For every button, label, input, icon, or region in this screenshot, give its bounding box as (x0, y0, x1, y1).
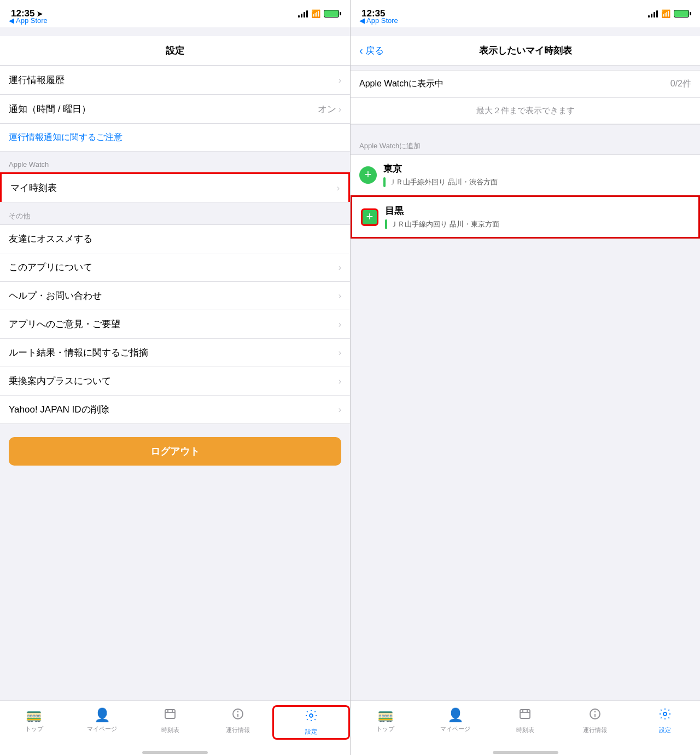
train-icon-right: 🚃 (377, 707, 394, 723)
tab-operation-label-right: 運行情報 (583, 726, 607, 734)
chevron-icon: › (339, 291, 341, 301)
my-timetable-item[interactable]: マイ時刻表 › (0, 172, 350, 202)
tab-mypage-label-right: マイページ (440, 725, 470, 733)
notification-item[interactable]: 通知（時間 / 曜日） オン › (0, 95, 350, 123)
station-item-meguro[interactable]: + 目黒 ＪＲ山手線内回り 品川・東京方面 (351, 195, 700, 239)
chevron-icon: › (339, 104, 341, 114)
meguro-line-row: ＪＲ山手線内回り 品川・東京方面 (385, 219, 690, 229)
station-item-tokyo[interactable]: + 東京 ＪＲ山手線外回り 品川・渋谷方面 (351, 155, 700, 195)
tab-settings-label-right: 設定 (659, 726, 671, 734)
right-panel: 12:35 ◀ App Store 📶 ‹ 戻る 表示したいマイ時刻表 (350, 0, 700, 755)
yahoo-delete-item[interactable]: Yahoo! JAPAN IDの削除 › (0, 396, 350, 423)
settings-icon-right (658, 707, 672, 724)
watch-display-group: Apple Watchに表示中 0/2件 最大２件まで表示できます (351, 70, 700, 125)
tab-top-label: トップ (25, 725, 43, 733)
apple-watch-group: マイ時刻表 › (0, 172, 350, 202)
chevron-icon: › (337, 183, 340, 193)
line-bar-icon (383, 177, 386, 187)
status-bar-right: 12:35 ◀ App Store 📶 (351, 0, 700, 27)
timetable-icon-right (518, 707, 532, 724)
home-indicator-left (0, 750, 350, 755)
tab-timetable-label: 時刻表 (161, 726, 179, 734)
help-item[interactable]: ヘルプ・お問い合わせ › (0, 282, 350, 310)
plus-icon: + (365, 169, 372, 181)
notification-group: 通知（時間 / 曜日） オン › (0, 95, 350, 124)
scroll-content-left[interactable]: 運行情報履歴 › 通知（時間 / 曜日） オン › 運行情報通知に関するご注意 … (0, 66, 350, 700)
tab-timetable-left[interactable]: 時刻表 (136, 705, 204, 736)
tab-settings-label: 設定 (305, 728, 317, 736)
watch-info-text: 最大２件まで表示できます (351, 98, 700, 124)
train-icon: 🚃 (26, 707, 42, 723)
svg-point-15 (663, 712, 667, 716)
settings-icon (305, 709, 318, 725)
tab-timetable-label-right: 時刻表 (516, 726, 534, 734)
watch-display-row: Apple Watchに表示中 0/2件 (351, 71, 700, 98)
plus-about-item[interactable]: 乗換案内プラスについて › (0, 367, 350, 396)
tab-operation-left[interactable]: 運行情報 (204, 705, 272, 736)
tab-operation-label: 運行情報 (226, 726, 250, 734)
battery-icon (324, 10, 339, 18)
chevron-icon: › (339, 376, 341, 386)
tab-top-left[interactable]: 🚃 トップ (0, 705, 68, 735)
notice-link[interactable]: 運行情報通知に関するご注意 (0, 124, 350, 152)
tab-mypage-left[interactable]: 👤 マイページ (68, 705, 136, 735)
tab-operation-right[interactable]: 運行情報 (560, 705, 630, 736)
svg-rect-8 (520, 710, 530, 718)
line-bar-icon-meguro (385, 219, 387, 229)
home-indicator-right (351, 750, 700, 755)
chevron-back-icon: ‹ (359, 44, 363, 57)
left-panel: 12:35 ➤ ◀ App Store 📶 設定 運行 (0, 0, 350, 755)
svg-rect-0 (165, 710, 175, 718)
tab-timetable-right[interactable]: 時刻表 (491, 705, 561, 736)
watch-add-section-label: Apple Watchに追加 (351, 133, 700, 154)
scroll-content-right[interactable]: Apple Watchに表示中 0/2件 最大２件まで表示できます Apple … (351, 66, 700, 700)
user-icon: 👤 (94, 707, 110, 723)
apple-watch-section-label: Apple Watch (0, 152, 350, 172)
signal-icon-right (648, 10, 658, 18)
recommend-item[interactable]: 友達にオススメする (0, 225, 350, 253)
tokyo-line-row: ＪＲ山手線外回り 品川・渋谷方面 (383, 177, 691, 187)
nav-bar-right: ‹ 戻る 表示したいマイ時刻表 (351, 36, 700, 66)
truncated-group: 運行情報履歴 › (0, 66, 350, 95)
tab-settings-right[interactable]: 設定 (630, 705, 700, 736)
chevron-icon: › (339, 320, 341, 329)
signal-icon (298, 10, 308, 18)
add-meguro-button[interactable]: + (361, 208, 378, 226)
battery-icon-right (674, 10, 689, 18)
status-icons-left: 📶 (298, 9, 339, 18)
info-icon (231, 707, 244, 724)
tokyo-station-info: 東京 ＪＲ山手線外回り 品川・渋谷方面 (383, 162, 691, 187)
logout-button[interactable]: ログアウト (9, 437, 341, 466)
back-appstore-left[interactable]: ◀ App Store (9, 16, 48, 25)
chevron-icon: › (339, 76, 341, 85)
timetable-icon (164, 707, 177, 724)
feedback-item[interactable]: アプリへのご意見・ご要望 › (0, 310, 350, 339)
route-feedback-item[interactable]: ルート結果・情報に関するご指摘 › (0, 339, 350, 367)
wifi-icon-right: 📶 (661, 9, 670, 18)
tab-top-label-right: トップ (376, 725, 394, 733)
tab-settings-left[interactable]: 設定 (272, 705, 350, 740)
page-title-right: 表示したいマイ時刻表 (479, 44, 572, 57)
chevron-icon: › (339, 348, 341, 358)
meguro-station-info: 目黒 ＪＲ山手線内回り 品川・東京方面 (385, 205, 690, 229)
nav-bar-left: 設定 (0, 36, 350, 66)
other-group: 友達にオススメする このアプリについて › ヘルプ・お問い合わせ › アプリへの… (0, 224, 350, 424)
svg-point-7 (310, 714, 313, 717)
add-tokyo-button[interactable]: + (359, 166, 377, 184)
tab-bar-left: 🚃 トップ 👤 マイページ 時刻表 (0, 700, 350, 750)
page-title-left: 設定 (166, 44, 184, 57)
info-icon-right (588, 707, 602, 724)
user-icon-right: 👤 (447, 707, 464, 723)
tab-top-right[interactable]: 🚃 トップ (351, 705, 421, 735)
tab-mypage-label: マイページ (87, 725, 117, 733)
back-button-right[interactable]: ‹ 戻る (359, 44, 384, 57)
wifi-icon: 📶 (311, 9, 320, 18)
truncated-list-item[interactable]: 運行情報履歴 › (0, 66, 350, 94)
tab-mypage-right[interactable]: 👤 マイページ (421, 705, 491, 735)
about-app-item[interactable]: このアプリについて › (0, 253, 350, 282)
status-icons-right: 📶 (648, 9, 689, 18)
back-appstore-right[interactable]: ◀ App Store (359, 16, 398, 25)
status-bar-left: 12:35 ➤ ◀ App Store 📶 (0, 0, 350, 27)
stations-group: + 東京 ＪＲ山手線外回り 品川・渋谷方面 + (351, 154, 700, 239)
tab-bar-right: 🚃 トップ 👤 マイページ 時刻表 (351, 700, 700, 750)
